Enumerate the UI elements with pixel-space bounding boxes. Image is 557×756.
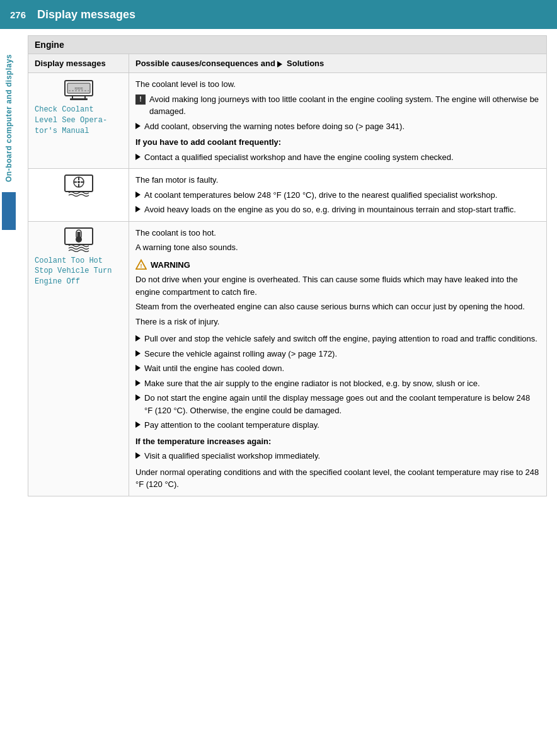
row2-bullet-2: Avoid heavy loads on the engine as you d…: [135, 203, 540, 216]
sidebar-label: On-board computer and displays: [4, 54, 13, 182]
engine-header-cell: Engine: [28, 36, 547, 54]
main-content: Engine Display messages Possible causes/…: [18, 35, 557, 509]
check-coolant-label: Check CoolantLevel See Opera-tor's Manua…: [35, 105, 122, 136]
col-header-solutions-text: Possible causes/consequences and: [135, 59, 277, 68]
row2-bullet-1-text: At coolant temperatures below 248 °F (12…: [144, 189, 540, 202]
table-row: The fan motor is faulty. At coolant temp…: [28, 169, 547, 222]
bullet-arrow-icon: [135, 192, 141, 198]
warning-block: ! WARNING Do not drive when your engine …: [135, 259, 540, 328]
row1-right-cell: The coolant level is too low. ! Avoid ma…: [129, 73, 547, 169]
row1-bullet-2-text: Contact a qualified specialist workshop …: [144, 151, 540, 164]
col-header-solutions-label: Solutions: [287, 59, 324, 68]
page-number: 276: [10, 9, 26, 20]
row1-left-cell: ≈≈≈ Check CoolantLevel See Opera-tor's M…: [28, 73, 129, 169]
fan-motor-icon-container: [35, 174, 122, 198]
fan-motor-icon: [64, 174, 94, 198]
row3-bullet-3: Wait until the engine has cooled down.: [135, 362, 540, 375]
bullet-arrow-icon: [135, 350, 141, 357]
row1-important-text: Avoid making long journeys with too litt…: [149, 93, 540, 118]
warning-triangle-icon: !: [135, 259, 147, 270]
row1-bold-heading: If you have to add coolant frequently:: [135, 136, 540, 149]
row1-bullet-1: Add coolant, observing the warning notes…: [135, 120, 540, 133]
row3-bullet-7-text: Visit a qualified specialist workshop im…: [144, 450, 540, 462]
sidebar-accent-block: [2, 192, 16, 230]
coolant-level-icon-container: ≈≈≈: [35, 78, 122, 101]
row3-text-2: A warning tone also sounds.: [135, 241, 540, 254]
col-header-display-messages: Display messages: [28, 54, 129, 73]
row1-text-1: The coolant level is too low.: [135, 78, 540, 91]
table-row: ≈≈≈ Check CoolantLevel See Opera-tor's M…: [28, 73, 547, 169]
bullet-arrow-icon: [135, 421, 141, 428]
row3-bullet-4-text: Make sure that the air supply to the eng…: [144, 377, 540, 390]
row3-bullet-7: Visit a qualified specialist workshop im…: [135, 450, 540, 462]
row2-text-1: The fan motor is faulty.: [135, 174, 540, 186]
bullet-arrow-icon: [135, 365, 141, 371]
row2-bullet-1: At coolant temperatures below 248 °F (12…: [135, 189, 540, 202]
row3-text-1: The coolant is too hot.: [135, 227, 540, 239]
important-icon: !: [135, 94, 146, 105]
coolant-hot-icon-container: [35, 227, 122, 252]
row3-bullet-5-text: Do not start the engine again until the …: [144, 392, 540, 416]
sidebar: On-board computer and displays: [0, 29, 18, 756]
row2-left-cell: [28, 169, 129, 222]
row1-bullet-1-text: Add coolant, observing the warning notes…: [144, 120, 540, 133]
bullet-arrow-icon: [135, 123, 141, 129]
col-header-solutions: Possible causes/consequences and Solutio…: [129, 54, 547, 73]
warning-label-text: WARNING: [151, 259, 190, 272]
page-title: Display messages: [37, 8, 135, 21]
bullet-arrow-icon: [135, 452, 141, 459]
table-section-header: Engine: [28, 36, 547, 54]
svg-text:!: !: [141, 263, 142, 270]
warning-text-3: There is a risk of injury.: [135, 316, 540, 328]
row3-bullet-5: Do not start the engine again until the …: [135, 392, 540, 416]
row3-bullet-2-text: Secure the vehicle against rolling away …: [144, 348, 540, 360]
svg-text:≈≈≈: ≈≈≈: [74, 86, 83, 91]
row2-right-cell: The fan motor is faulty. At coolant temp…: [129, 169, 547, 222]
svg-point-9: [78, 181, 80, 183]
table-col-header: Display messages Possible causes/consequ…: [28, 54, 547, 73]
triangle-icon: [277, 61, 282, 67]
row3-closing-text: Under normal operating conditions and wi…: [135, 466, 540, 491]
warning-text-2: Steam from the overheated engine can als…: [135, 301, 540, 313]
row3-bold-heading: If the temperature increases again:: [135, 435, 540, 448]
row3-right-cell: The coolant is too hot. A warning tone a…: [129, 221, 547, 496]
bullet-arrow-icon: [135, 154, 141, 160]
bullet-arrow-icon: [135, 335, 141, 341]
row3-bullet-6-text: Pay attention to the coolant temperature…: [144, 419, 540, 432]
bullet-arrow-icon: [135, 394, 141, 401]
table-row: Coolant Too HotStop Vehicle TurnEngine O…: [28, 221, 547, 496]
warning-header: ! WARNING: [135, 259, 540, 272]
bullet-arrow-icon: [135, 380, 141, 386]
row2-bullet-2-text: Avoid heavy loads on the engine as you d…: [144, 203, 540, 216]
row3-bullet-4: Make sure that the air supply to the eng…: [135, 377, 540, 390]
page-header: 276 Display messages: [0, 0, 557, 29]
row3-left-cell: Coolant Too HotStop Vehicle TurnEngine O…: [28, 221, 129, 496]
row3-bullet-3-text: Wait until the engine has cooled down.: [144, 362, 540, 375]
row3-bullet-1: Pull over and stop the vehicle safely an…: [135, 333, 540, 345]
svg-rect-4: [70, 98, 88, 100]
row3-bullet-6: Pay attention to the coolant temperature…: [135, 419, 540, 432]
coolant-too-hot-label: Coolant Too HotStop Vehicle TurnEngine O…: [35, 256, 122, 287]
row1-important-note: ! Avoid making long journeys with too li…: [135, 93, 540, 118]
row1-bullet-2: Contact a qualified specialist workshop …: [135, 151, 540, 164]
row3-bullet-1-text: Pull over and stop the vehicle safely an…: [144, 333, 540, 345]
coolant-hot-icon: [64, 227, 94, 252]
display-messages-table: Engine Display messages Possible causes/…: [28, 35, 547, 496]
svg-rect-17: [77, 232, 80, 238]
warning-text-1: Do not drive when your engine is overhea…: [135, 273, 540, 298]
coolant-level-icon: ≈≈≈: [64, 78, 94, 101]
bullet-arrow-icon: [135, 206, 141, 212]
row3-bullet-2: Secure the vehicle against rolling away …: [135, 348, 540, 360]
